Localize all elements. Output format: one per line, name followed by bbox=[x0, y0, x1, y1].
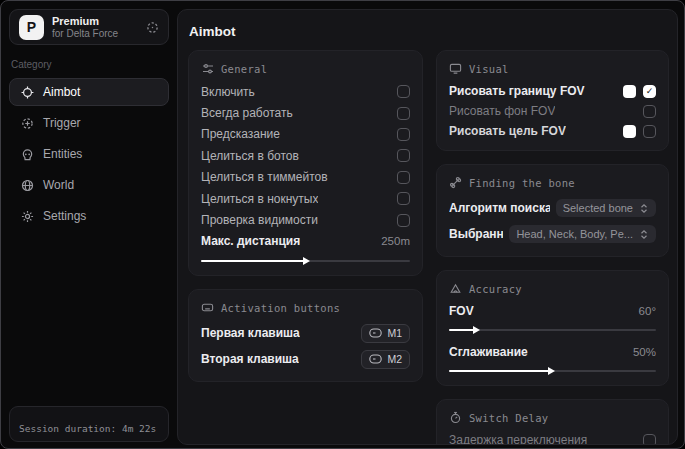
section-title: Finding the bone bbox=[469, 177, 575, 189]
switch-delay-card: Switch Delay Задержка переключения Задер… bbox=[436, 399, 669, 445]
toggle-label: Целиться в ботов bbox=[201, 149, 299, 163]
slider-row: Макс. дистанция 250m bbox=[201, 231, 410, 252]
sidebar: P Premium for Delta Force Category Aimbo… bbox=[9, 9, 169, 442]
crosshair-icon bbox=[20, 85, 34, 99]
checkbox[interactable] bbox=[397, 128, 410, 141]
selected-value: Selected bone bbox=[563, 202, 633, 214]
keybind-value: M1 bbox=[387, 327, 402, 339]
brand-subtitle: for Delta Force bbox=[52, 28, 138, 40]
toggle-label: Целиться в нокнутых bbox=[201, 192, 318, 206]
section-title: General bbox=[221, 63, 267, 75]
toggle-label: Всегда работать bbox=[201, 106, 293, 120]
keybind-row: Вторая клавиша M2 bbox=[201, 346, 410, 372]
toggle-label: Рисовать фон FOV bbox=[449, 104, 555, 118]
slider-value: 60° bbox=[639, 305, 656, 317]
keybind-button[interactable]: M2 bbox=[361, 350, 410, 369]
checkbox[interactable] bbox=[397, 214, 410, 227]
bone-card: Finding the bone Алгоритм поиска костей … bbox=[436, 164, 669, 257]
color-swatch[interactable] bbox=[623, 125, 636, 138]
dropdown-row: Алгоритм поиска костей Selected bone bbox=[449, 195, 656, 221]
bone-algorithm-select[interactable]: Selected bone bbox=[556, 199, 656, 217]
stopwatch-icon bbox=[449, 411, 462, 424]
accuracy-card: Accuracy FOV 60° Сглаживание 50% bbox=[436, 270, 669, 386]
toggle-row: Предсказание bbox=[201, 124, 410, 145]
slider-value: 50% bbox=[633, 346, 656, 358]
toggle-row: Всегда работать bbox=[201, 102, 410, 123]
sidebar-item-world[interactable]: World bbox=[9, 171, 169, 199]
general-card: General Включить Всегда работать Предска… bbox=[188, 50, 423, 276]
section-title: Switch Delay bbox=[469, 412, 548, 424]
main-panel: Aimbot General Включить bbox=[177, 9, 678, 445]
keycap-icon bbox=[201, 301, 214, 314]
trigger-icon bbox=[20, 116, 34, 130]
app-window: P Premium for Delta Force Category Aimbo… bbox=[0, 0, 685, 449]
section-title: Accuracy bbox=[469, 283, 522, 295]
bone-icon bbox=[449, 176, 462, 189]
sidebar-item-label: Entities bbox=[43, 147, 82, 161]
slider-label: Макс. дистанция bbox=[201, 234, 300, 248]
dropdown-label: Выбранные кости bbox=[449, 227, 503, 241]
keybind-button[interactable]: M1 bbox=[361, 324, 410, 343]
max-distance-slider[interactable] bbox=[201, 256, 410, 266]
color-swatch[interactable] bbox=[623, 85, 636, 98]
checkbox[interactable] bbox=[643, 105, 656, 118]
sidebar-item-label: World bbox=[43, 178, 74, 192]
visual-row: Рисовать цель FOV bbox=[449, 121, 656, 141]
toggle-label: Предсказание bbox=[201, 127, 280, 141]
globe-icon bbox=[20, 178, 34, 192]
activation-card: Activation buttons Первая клавиша M1 bbox=[188, 289, 423, 382]
checkbox[interactable] bbox=[397, 149, 410, 162]
smoothing-slider[interactable] bbox=[449, 366, 656, 376]
checkbox[interactable] bbox=[643, 125, 656, 138]
mouse-icon bbox=[369, 328, 382, 338]
checkbox[interactable] bbox=[397, 85, 410, 98]
sync-icon[interactable] bbox=[146, 21, 159, 34]
toggle-row: Целиться в ботов bbox=[201, 145, 410, 166]
keybind-label: Вторая клавиша bbox=[201, 352, 299, 366]
toggle-row: Задержка переключения bbox=[449, 430, 656, 445]
checkbox[interactable] bbox=[397, 107, 410, 120]
brand-logo: P bbox=[19, 15, 44, 40]
slider-label: Сглаживание bbox=[449, 345, 528, 359]
chevrons-up-down-icon bbox=[639, 229, 649, 240]
toggle-row: Включить bbox=[201, 81, 410, 102]
sidebar-item-label: Trigger bbox=[43, 116, 81, 130]
section-title: Activation buttons bbox=[221, 302, 340, 314]
slider-label: FOV bbox=[449, 304, 474, 318]
triangle-icon bbox=[449, 282, 462, 295]
toggle-row: Целиться в тиммейтов bbox=[201, 167, 410, 188]
checkbox[interactable] bbox=[397, 171, 410, 184]
tune-icon bbox=[201, 62, 214, 75]
keybind-value: M2 bbox=[387, 353, 402, 365]
fov-slider[interactable] bbox=[449, 325, 656, 335]
keybind-label: Первая клавиша bbox=[201, 326, 300, 340]
checkbox[interactable] bbox=[397, 192, 410, 205]
session-card: Session duration: 4m 22s bbox=[9, 406, 169, 442]
toggle-label: Включить bbox=[201, 85, 255, 99]
checkbox[interactable] bbox=[643, 85, 656, 98]
toggle-label: Рисовать границу FOV bbox=[449, 84, 585, 98]
selected-bones-select[interactable]: Head, Neck, Body, Pe... bbox=[509, 225, 656, 243]
sidebar-item-aimbot[interactable]: Aimbot bbox=[9, 78, 169, 106]
entities-icon bbox=[20, 147, 34, 161]
toggle-row: Целиться в нокнутых bbox=[201, 188, 410, 209]
brand-title: Premium bbox=[52, 15, 138, 28]
slider-row: FOV 60° bbox=[449, 301, 656, 321]
sidebar-item-label: Aimbot bbox=[43, 85, 80, 99]
selected-value: Head, Neck, Body, Pe... bbox=[516, 228, 633, 240]
sidebar-item-settings[interactable]: Settings bbox=[9, 202, 169, 230]
visual-row: Рисовать фон FOV bbox=[449, 101, 656, 121]
sidebar-item-entities[interactable]: Entities bbox=[9, 140, 169, 168]
slider-row: Сглаживание 50% bbox=[449, 342, 656, 362]
visual-card: Visual Рисовать границу FOV Рисовать фон… bbox=[436, 50, 669, 151]
page-title: Aimbot bbox=[189, 24, 669, 39]
toggle-label: Целиться в тиммейтов bbox=[201, 170, 328, 184]
brand-card[interactable]: P Premium for Delta Force bbox=[9, 9, 169, 45]
checkbox[interactable] bbox=[643, 434, 656, 446]
visual-row: Рисовать границу FOV bbox=[449, 81, 656, 101]
sidebar-item-trigger[interactable]: Trigger bbox=[9, 109, 169, 137]
category-label: Category bbox=[11, 59, 167, 70]
monitor-icon bbox=[449, 62, 462, 75]
toggle-row: Проверка видимости bbox=[201, 209, 410, 230]
sidebar-item-label: Settings bbox=[43, 209, 86, 223]
